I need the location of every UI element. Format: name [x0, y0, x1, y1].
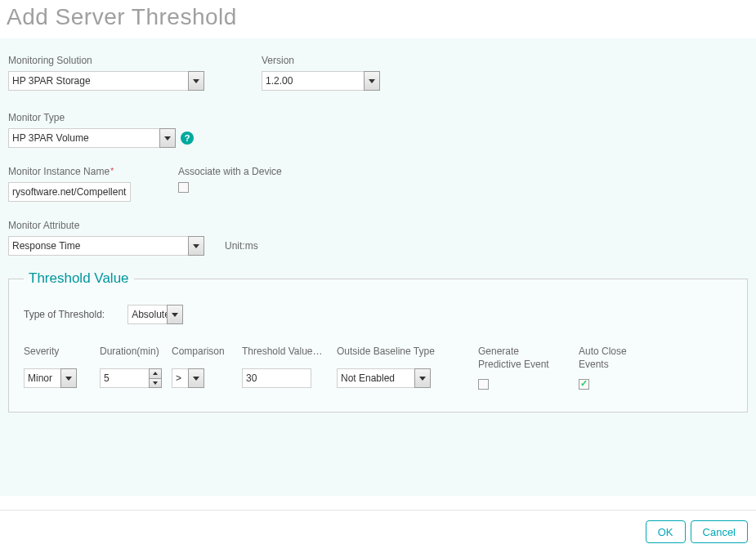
chevron-down-icon[interactable]: [188, 71, 204, 91]
associate-device-checkbox[interactable]: [178, 182, 189, 193]
type-of-threshold-label: Type of Threshold:: [24, 309, 105, 320]
duration-label: Duration(min): [100, 346, 162, 357]
form-area: Monitoring Solution HP 3PAR Storage Vers…: [0, 38, 756, 496]
chevron-down-icon[interactable]: [364, 71, 380, 91]
auto-close-checkbox[interactable]: [579, 379, 589, 390]
spinner-up-icon[interactable]: [149, 368, 162, 379]
generate-predictive-label: Generate Predictive Event: [478, 346, 556, 371]
outside-baseline-label: Outside Baseline Type: [337, 346, 439, 357]
monitoring-solution-label: Monitoring Solution: [8, 55, 204, 66]
spinner-down-icon[interactable]: [149, 379, 162, 389]
monitor-type-select[interactable]: HP 3PAR Volume: [8, 128, 176, 148]
chevron-down-icon[interactable]: [414, 368, 431, 388]
monitor-instance-name-label: Monitor Instance Name*: [8, 166, 131, 177]
threshold-value-col-label: Threshold Value…: [242, 346, 324, 357]
generate-predictive-checkbox[interactable]: [478, 379, 489, 390]
threshold-value-fieldset: Threshold Value Type of Threshold: Absol…: [8, 270, 748, 413]
unit-text: Unit: ms: [225, 236, 258, 256]
threshold-value-input[interactable]: [242, 368, 311, 388]
chevron-down-icon[interactable]: [188, 368, 204, 388]
ok-button[interactable]: OK: [646, 520, 686, 543]
chevron-down-icon[interactable]: [167, 305, 183, 324]
chevron-down-icon[interactable]: [159, 128, 176, 148]
chevron-down-icon[interactable]: [188, 236, 204, 256]
help-icon[interactable]: ?: [181, 132, 194, 145]
monitor-attribute-select[interactable]: Response Time: [8, 236, 204, 256]
threshold-value-legend: Threshold Value: [24, 270, 134, 287]
monitor-type-label: Monitor Type: [8, 112, 194, 123]
monitor-instance-name-input[interactable]: [8, 182, 131, 202]
comparison-label: Comparison: [172, 346, 227, 357]
footer-bar: OK Cancel: [0, 510, 756, 553]
severity-label: Severity: [24, 346, 77, 357]
chevron-down-icon[interactable]: [60, 368, 77, 388]
page-title: Add Server Threshold: [0, 0, 756, 38]
version-label: Version: [262, 55, 380, 66]
associate-device-label: Associate with a Device: [178, 166, 282, 177]
auto-close-label: Auto Close Events: [579, 346, 644, 371]
cancel-button[interactable]: Cancel: [691, 520, 748, 543]
version-select[interactable]: 1.2.00: [262, 71, 380, 91]
monitor-attribute-label: Monitor Attribute: [8, 220, 258, 231]
monitoring-solution-select[interactable]: HP 3PAR Storage: [8, 71, 204, 91]
